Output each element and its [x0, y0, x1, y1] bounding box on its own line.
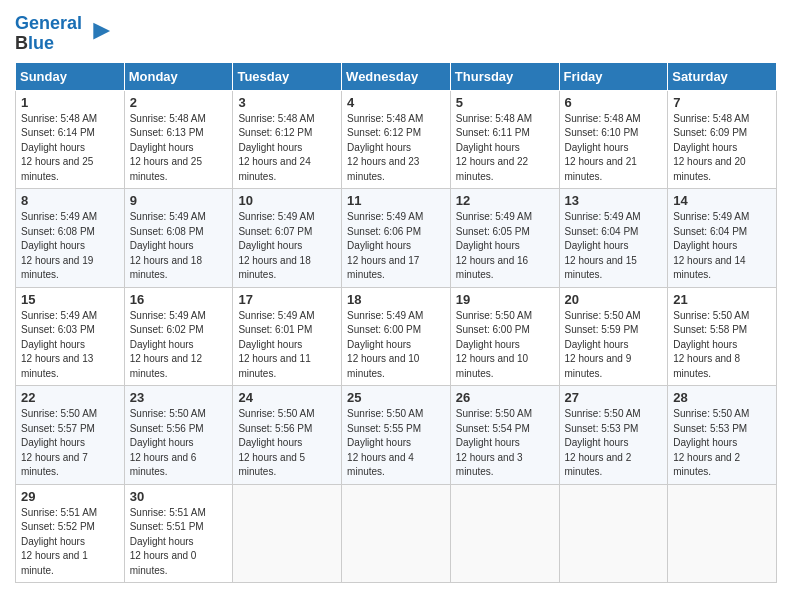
day-number: 19	[456, 292, 554, 307]
day-info: Sunrise: 5:50 AM Sunset: 5:57 PM Dayligh…	[21, 407, 119, 480]
day-number: 26	[456, 390, 554, 405]
day-number: 6	[565, 95, 663, 110]
day-number: 9	[130, 193, 228, 208]
weekday-header-friday: Friday	[559, 62, 668, 90]
svg-marker-0	[93, 22, 110, 39]
day-info: Sunrise: 5:49 AM Sunset: 6:00 PM Dayligh…	[347, 309, 445, 382]
day-info: Sunrise: 5:51 AM Sunset: 5:51 PM Dayligh…	[130, 506, 228, 579]
calendar-week-row: 22 Sunrise: 5:50 AM Sunset: 5:57 PM Dayl…	[16, 386, 777, 485]
calendar-cell	[450, 484, 559, 583]
day-number: 23	[130, 390, 228, 405]
weekday-header-wednesday: Wednesday	[342, 62, 451, 90]
calendar-cell: 11 Sunrise: 5:49 AM Sunset: 6:06 PM Dayl…	[342, 189, 451, 288]
calendar-week-row: 29 Sunrise: 5:51 AM Sunset: 5:52 PM Dayl…	[16, 484, 777, 583]
day-info: Sunrise: 5:48 AM Sunset: 6:11 PM Dayligh…	[456, 112, 554, 185]
page-header: General Blue	[15, 10, 777, 54]
calendar-week-row: 8 Sunrise: 5:49 AM Sunset: 6:08 PM Dayli…	[16, 189, 777, 288]
calendar-week-row: 15 Sunrise: 5:49 AM Sunset: 6:03 PM Dayl…	[16, 287, 777, 386]
day-info: Sunrise: 5:48 AM Sunset: 6:09 PM Dayligh…	[673, 112, 771, 185]
day-number: 15	[21, 292, 119, 307]
day-number: 29	[21, 489, 119, 504]
calendar-cell: 15 Sunrise: 5:49 AM Sunset: 6:03 PM Dayl…	[16, 287, 125, 386]
calendar-cell: 23 Sunrise: 5:50 AM Sunset: 5:56 PM Dayl…	[124, 386, 233, 485]
calendar-cell	[342, 484, 451, 583]
calendar-cell: 26 Sunrise: 5:50 AM Sunset: 5:54 PM Dayl…	[450, 386, 559, 485]
day-number: 14	[673, 193, 771, 208]
calendar-cell: 17 Sunrise: 5:49 AM Sunset: 6:01 PM Dayl…	[233, 287, 342, 386]
day-info: Sunrise: 5:48 AM Sunset: 6:10 PM Dayligh…	[565, 112, 663, 185]
day-number: 24	[238, 390, 336, 405]
day-info: Sunrise: 5:49 AM Sunset: 6:08 PM Dayligh…	[21, 210, 119, 283]
logo-text: General Blue	[15, 14, 82, 54]
day-info: Sunrise: 5:49 AM Sunset: 6:01 PM Dayligh…	[238, 309, 336, 382]
day-info: Sunrise: 5:50 AM Sunset: 5:56 PM Dayligh…	[130, 407, 228, 480]
calendar-cell: 16 Sunrise: 5:49 AM Sunset: 6:02 PM Dayl…	[124, 287, 233, 386]
day-number: 22	[21, 390, 119, 405]
day-number: 7	[673, 95, 771, 110]
day-number: 27	[565, 390, 663, 405]
calendar-cell: 1 Sunrise: 5:48 AM Sunset: 6:14 PM Dayli…	[16, 90, 125, 189]
calendar-cell: 28 Sunrise: 5:50 AM Sunset: 5:53 PM Dayl…	[668, 386, 777, 485]
day-info: Sunrise: 5:50 AM Sunset: 5:53 PM Dayligh…	[565, 407, 663, 480]
day-number: 13	[565, 193, 663, 208]
day-number: 12	[456, 193, 554, 208]
day-number: 8	[21, 193, 119, 208]
day-info: Sunrise: 5:48 AM Sunset: 6:12 PM Dayligh…	[347, 112, 445, 185]
calendar-cell: 21 Sunrise: 5:50 AM Sunset: 5:58 PM Dayl…	[668, 287, 777, 386]
day-number: 28	[673, 390, 771, 405]
calendar-cell: 9 Sunrise: 5:49 AM Sunset: 6:08 PM Dayli…	[124, 189, 233, 288]
day-info: Sunrise: 5:49 AM Sunset: 6:07 PM Dayligh…	[238, 210, 336, 283]
day-info: Sunrise: 5:51 AM Sunset: 5:52 PM Dayligh…	[21, 506, 119, 579]
calendar-cell	[668, 484, 777, 583]
day-info: Sunrise: 5:49 AM Sunset: 6:04 PM Dayligh…	[565, 210, 663, 283]
day-number: 18	[347, 292, 445, 307]
calendar-cell: 12 Sunrise: 5:49 AM Sunset: 6:05 PM Dayl…	[450, 189, 559, 288]
calendar-cell: 29 Sunrise: 5:51 AM Sunset: 5:52 PM Dayl…	[16, 484, 125, 583]
day-number: 5	[456, 95, 554, 110]
calendar-cell: 24 Sunrise: 5:50 AM Sunset: 5:56 PM Dayl…	[233, 386, 342, 485]
weekday-header-saturday: Saturday	[668, 62, 777, 90]
day-info: Sunrise: 5:49 AM Sunset: 6:02 PM Dayligh…	[130, 309, 228, 382]
day-number: 25	[347, 390, 445, 405]
day-number: 30	[130, 489, 228, 504]
calendar-cell: 25 Sunrise: 5:50 AM Sunset: 5:55 PM Dayl…	[342, 386, 451, 485]
day-info: Sunrise: 5:49 AM Sunset: 6:05 PM Dayligh…	[456, 210, 554, 283]
day-number: 1	[21, 95, 119, 110]
weekday-header-monday: Monday	[124, 62, 233, 90]
day-number: 2	[130, 95, 228, 110]
calendar-table: SundayMondayTuesdayWednesdayThursdayFrid…	[15, 62, 777, 584]
day-number: 21	[673, 292, 771, 307]
day-info: Sunrise: 5:49 AM Sunset: 6:04 PM Dayligh…	[673, 210, 771, 283]
day-info: Sunrise: 5:49 AM Sunset: 6:08 PM Dayligh…	[130, 210, 228, 283]
calendar-cell: 8 Sunrise: 5:49 AM Sunset: 6:08 PM Dayli…	[16, 189, 125, 288]
day-number: 17	[238, 292, 336, 307]
day-number: 4	[347, 95, 445, 110]
weekday-header-tuesday: Tuesday	[233, 62, 342, 90]
calendar-cell: 10 Sunrise: 5:49 AM Sunset: 6:07 PM Dayl…	[233, 189, 342, 288]
calendar-cell: 20 Sunrise: 5:50 AM Sunset: 5:59 PM Dayl…	[559, 287, 668, 386]
calendar-cell: 14 Sunrise: 5:49 AM Sunset: 6:04 PM Dayl…	[668, 189, 777, 288]
weekday-header-sunday: Sunday	[16, 62, 125, 90]
day-number: 11	[347, 193, 445, 208]
day-number: 20	[565, 292, 663, 307]
calendar-week-row: 1 Sunrise: 5:48 AM Sunset: 6:14 PM Dayli…	[16, 90, 777, 189]
calendar-cell: 5 Sunrise: 5:48 AM Sunset: 6:11 PM Dayli…	[450, 90, 559, 189]
day-number: 3	[238, 95, 336, 110]
day-number: 10	[238, 193, 336, 208]
day-info: Sunrise: 5:49 AM Sunset: 6:06 PM Dayligh…	[347, 210, 445, 283]
day-info: Sunrise: 5:50 AM Sunset: 5:59 PM Dayligh…	[565, 309, 663, 382]
calendar-cell: 4 Sunrise: 5:48 AM Sunset: 6:12 PM Dayli…	[342, 90, 451, 189]
weekday-header-row: SundayMondayTuesdayWednesdayThursdayFrid…	[16, 62, 777, 90]
day-info: Sunrise: 5:50 AM Sunset: 5:53 PM Dayligh…	[673, 407, 771, 480]
calendar-cell: 3 Sunrise: 5:48 AM Sunset: 6:12 PM Dayli…	[233, 90, 342, 189]
day-info: Sunrise: 5:48 AM Sunset: 6:14 PM Dayligh…	[21, 112, 119, 185]
weekday-header-thursday: Thursday	[450, 62, 559, 90]
day-info: Sunrise: 5:50 AM Sunset: 6:00 PM Dayligh…	[456, 309, 554, 382]
day-info: Sunrise: 5:48 AM Sunset: 6:13 PM Dayligh…	[130, 112, 228, 185]
calendar-cell: 13 Sunrise: 5:49 AM Sunset: 6:04 PM Dayl…	[559, 189, 668, 288]
logo-icon	[84, 18, 112, 46]
logo: General Blue	[15, 14, 112, 54]
calendar-cell: 30 Sunrise: 5:51 AM Sunset: 5:51 PM Dayl…	[124, 484, 233, 583]
calendar-cell: 27 Sunrise: 5:50 AM Sunset: 5:53 PM Dayl…	[559, 386, 668, 485]
day-info: Sunrise: 5:50 AM Sunset: 5:55 PM Dayligh…	[347, 407, 445, 480]
